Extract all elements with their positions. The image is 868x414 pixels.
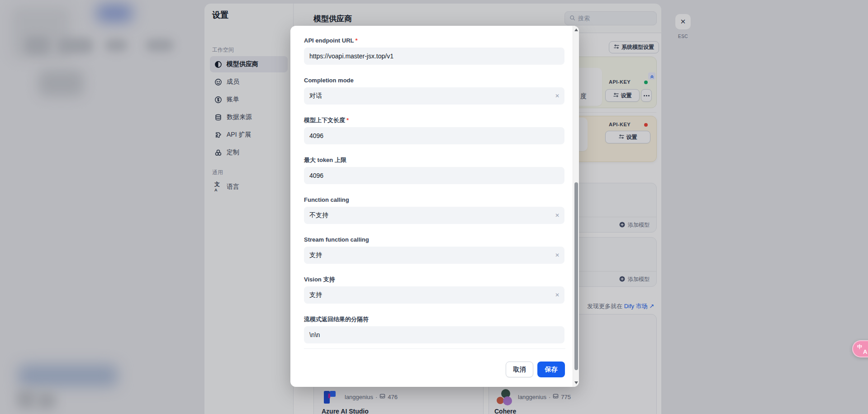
field-input[interactable]: 4096: [304, 167, 564, 184]
translate-floating-button[interactable]: 中 A: [852, 340, 868, 357]
field-label: Stream function calling: [304, 237, 564, 243]
field-value: 4096: [309, 172, 323, 179]
form-field-4: Function calling不支持✕: [304, 197, 564, 224]
clear-icon[interactable]: ✕: [555, 292, 560, 298]
field-value: https://voapi.master-jsx.top/v1: [309, 52, 394, 60]
form-field-7: 流模式返回结果的分隔符\n\n: [304, 316, 564, 343]
field-input[interactable]: 4096: [304, 127, 564, 144]
required-mark: *: [346, 117, 349, 124]
field-value: 对话: [309, 92, 322, 100]
field-label: 模型上下文长度*: [304, 117, 564, 124]
form-field-2: 模型上下文长度*4096: [304, 117, 564, 144]
field-value: 不支持: [309, 211, 328, 219]
scrollbar-thumb[interactable]: [574, 182, 578, 370]
field-label: 最大 token 上限: [304, 157, 564, 163]
field-input[interactable]: 支持✕: [304, 286, 564, 304]
form-field-0: API endpoint URL*https://voapi.master-js…: [304, 38, 564, 65]
field-label: Completion mode: [304, 77, 564, 84]
model-settings-dialog: API endpoint URL*https://voapi.master-js…: [290, 26, 579, 387]
field-input[interactable]: 支持✕: [304, 247, 564, 264]
field-label: 流模式返回结果的分隔符: [304, 316, 564, 323]
required-mark: *: [356, 38, 358, 44]
dialog-footer: 取消 保存: [290, 349, 579, 377]
save-button[interactable]: 保存: [537, 362, 565, 377]
field-label: Vision 支持: [304, 276, 564, 283]
scroll-up-arrow-icon[interactable]: [574, 29, 578, 31]
cancel-button[interactable]: 取消: [506, 362, 533, 377]
field-input[interactable]: 对话✕: [304, 87, 564, 105]
form-field-5: Stream function calling支持✕: [304, 237, 564, 264]
field-input[interactable]: \n\n: [304, 326, 564, 343]
clear-icon[interactable]: ✕: [555, 212, 560, 219]
field-label: Function calling: [304, 197, 564, 203]
translate-icon: 中: [857, 343, 862, 350]
clear-icon[interactable]: ✕: [555, 93, 560, 99]
field-label: API endpoint URL*: [304, 38, 564, 44]
field-value: 4096: [309, 132, 323, 139]
dialog-scrollbar[interactable]: [573, 26, 579, 387]
field-value: \n\n: [309, 331, 320, 338]
field-value: 支持: [309, 251, 322, 259]
clear-icon[interactable]: ✕: [555, 252, 560, 258]
page-root: 设置 工作空间模型供应商成员账单数据来源API 扩展定制通用文A语言 模型供应商…: [0, 0, 868, 414]
form-field-6: Vision 支持支持✕: [304, 276, 564, 304]
form-field-1: Completion mode对话✕: [304, 77, 564, 105]
field-value: 支持: [309, 291, 322, 299]
field-input[interactable]: 不支持✕: [304, 207, 564, 224]
field-input[interactable]: https://voapi.master-jsx.top/v1: [304, 48, 564, 65]
form-field-3: 最大 token 上限4096: [304, 157, 564, 184]
scroll-down-arrow-icon[interactable]: [574, 381, 578, 384]
